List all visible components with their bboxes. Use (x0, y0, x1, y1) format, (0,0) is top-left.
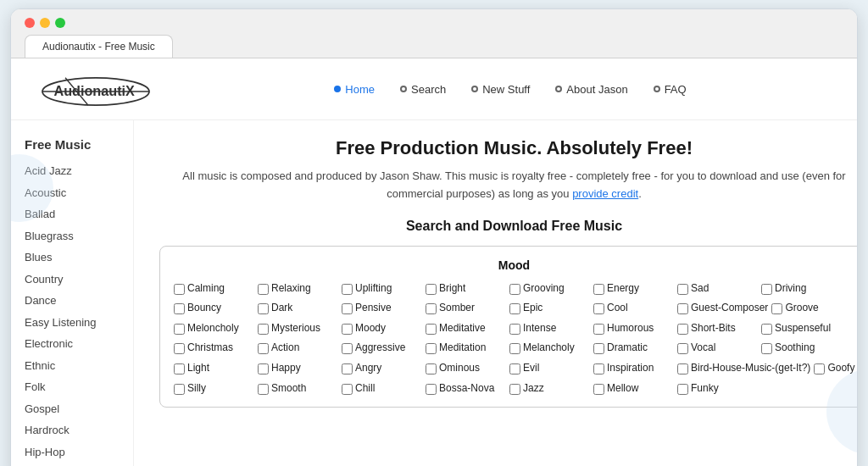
mood-guest-composer[interactable]: Guest-Composer (677, 302, 768, 315)
mood-melancholy[interactable]: Melancholy (509, 341, 590, 355)
mood-action-checkbox[interactable] (258, 343, 269, 354)
mood-bossa-nova-checkbox[interactable] (426, 384, 437, 395)
mood-dark[interactable]: Dark (258, 302, 338, 315)
mood-uplifting[interactable]: Uplifting (342, 282, 422, 296)
mood-cool[interactable]: Cool (593, 302, 674, 315)
mood-light[interactable]: Light (174, 362, 254, 375)
mood-short-bits[interactable]: Short-Bits (677, 322, 758, 336)
mood-goofy-checkbox[interactable] (814, 363, 825, 374)
nav-home[interactable]: Home (334, 83, 375, 96)
mood-angry-checkbox[interactable] (342, 363, 353, 374)
mood-uplifting-checkbox[interactable] (342, 284, 353, 295)
mood-bird-house[interactable]: Bird-House-Music-(get-It?) (677, 362, 810, 375)
close-icon[interactable] (25, 18, 35, 28)
mood-funky-checkbox[interactable] (677, 384, 688, 395)
mood-somber-checkbox[interactable] (426, 303, 437, 314)
mood-bright[interactable]: Bright (426, 282, 506, 296)
provide-credit-link[interactable]: provide credit (572, 187, 638, 200)
mood-vocal-checkbox[interactable] (677, 343, 688, 354)
sidebar-item-easy-listening[interactable]: Easy Listening (25, 312, 120, 334)
mood-silly-checkbox[interactable] (174, 384, 185, 395)
mood-cool-checkbox[interactable] (593, 303, 604, 314)
mood-aggressive-checkbox[interactable] (342, 343, 353, 354)
mood-humorous-checkbox[interactable] (593, 324, 604, 335)
nav-search[interactable]: Search (400, 83, 446, 96)
mood-intense[interactable]: Intense (509, 322, 590, 336)
mood-meditation-checkbox[interactable] (426, 343, 437, 354)
mood-sad-checkbox[interactable] (677, 284, 688, 295)
mood-chill[interactable]: Chill (342, 382, 422, 396)
mood-light-checkbox[interactable] (174, 363, 185, 374)
sidebar-item-ballad[interactable]: Ballad (25, 203, 120, 225)
mood-bossa-nova[interactable]: Bossa-Nova (426, 382, 506, 396)
mood-mysterious[interactable]: Mysterious (258, 322, 338, 336)
mood-meloncholy-checkbox[interactable] (174, 324, 185, 335)
mood-jazz[interactable]: Jazz (509, 382, 590, 396)
mood-suspenseful-checkbox[interactable] (761, 324, 772, 335)
mood-soothing-checkbox[interactable] (761, 343, 772, 354)
mood-bouncy[interactable]: Bouncy (174, 302, 254, 315)
mood-moody[interactable]: Moody (342, 322, 422, 336)
sidebar-item-bluegrass[interactable]: Bluegrass (25, 225, 120, 247)
mood-sad[interactable]: Sad (677, 282, 758, 296)
mood-goofy[interactable]: Goofy (814, 362, 858, 375)
mood-mysterious-checkbox[interactable] (258, 324, 269, 335)
mood-ominous[interactable]: Ominous (426, 362, 506, 375)
mood-bright-checkbox[interactable] (426, 284, 437, 295)
mood-epic[interactable]: Epic (509, 302, 590, 315)
mood-grooving[interactable]: Grooving (509, 282, 590, 296)
mood-somber[interactable]: Somber (426, 302, 506, 315)
sidebar-item-hip-hop[interactable]: Hip-Hop (25, 441, 120, 463)
mood-grooving-checkbox[interactable] (509, 284, 520, 295)
maximize-icon[interactable] (55, 18, 65, 28)
sidebar-item-acid-jazz[interactable]: Acid Jazz (25, 160, 120, 182)
mood-driving[interactable]: Driving (761, 282, 842, 296)
mood-funky[interactable]: Funky (677, 382, 758, 396)
nav-faq[interactable]: FAQ (654, 83, 687, 96)
mood-pensive-checkbox[interactable] (342, 303, 353, 314)
sidebar-item-electronic[interactable]: Electronic (25, 333, 120, 355)
mood-aggressive[interactable]: Aggressive (342, 341, 422, 355)
mood-jazz-checkbox[interactable] (509, 384, 520, 395)
mood-evil-checkbox[interactable] (509, 363, 520, 374)
mood-relaxing[interactable]: Relaxing (258, 282, 338, 296)
mood-soothing[interactable]: Soothing (761, 341, 842, 355)
mood-pensive[interactable]: Pensive (342, 302, 422, 315)
mood-happy[interactable]: Happy (258, 362, 338, 375)
sidebar-item-folk[interactable]: Folk (25, 376, 120, 398)
mood-suspenseful[interactable]: Suspenseful (761, 322, 842, 336)
mood-meditative[interactable]: Meditative (426, 322, 506, 336)
minimize-icon[interactable] (40, 18, 50, 28)
mood-epic-checkbox[interactable] (509, 303, 520, 314)
sidebar-item-dance[interactable]: Dance (25, 290, 120, 312)
nav-about-jason[interactable]: About Jason (555, 83, 627, 96)
mood-mellow-checkbox[interactable] (593, 384, 604, 395)
mood-christmas[interactable]: Christmas (174, 341, 254, 355)
mood-calming-checkbox[interactable] (174, 284, 185, 295)
sidebar-item-ethnic[interactable]: Ethnic (25, 355, 120, 377)
mood-silly[interactable]: Silly (174, 382, 254, 396)
nav-new-stuff[interactable]: New Stuff (471, 83, 530, 96)
mood-groove[interactable]: Groove (771, 302, 852, 315)
mood-smooth[interactable]: Smooth (258, 382, 338, 396)
mood-chill-checkbox[interactable] (342, 384, 353, 395)
sidebar-item-blues[interactable]: Blues (25, 247, 120, 269)
mood-happy-checkbox[interactable] (258, 363, 269, 374)
sidebar-item-hardrock[interactable]: Hardrock (25, 419, 120, 441)
mood-angry[interactable]: Angry (342, 362, 422, 375)
mood-bouncy-checkbox[interactable] (174, 303, 185, 314)
mood-intense-checkbox[interactable] (509, 324, 520, 335)
mood-melancholy-checkbox[interactable] (509, 343, 520, 354)
mood-evil[interactable]: Evil (509, 362, 590, 375)
mood-moody-checkbox[interactable] (342, 324, 353, 335)
mood-meditation[interactable]: Meditation (426, 341, 506, 355)
sidebar-item-gospel[interactable]: Gospel (25, 398, 120, 420)
mood-driving-checkbox[interactable] (761, 284, 772, 295)
mood-mellow[interactable]: Mellow (593, 382, 674, 396)
mood-ominous-checkbox[interactable] (426, 363, 437, 374)
mood-humorous[interactable]: Humorous (593, 322, 674, 336)
mood-inspiration[interactable]: Inspiration (593, 362, 674, 375)
mood-groove-checkbox[interactable] (771, 303, 782, 314)
mood-meditative-checkbox[interactable] (426, 324, 437, 335)
mood-guest-composer-checkbox[interactable] (677, 303, 688, 314)
